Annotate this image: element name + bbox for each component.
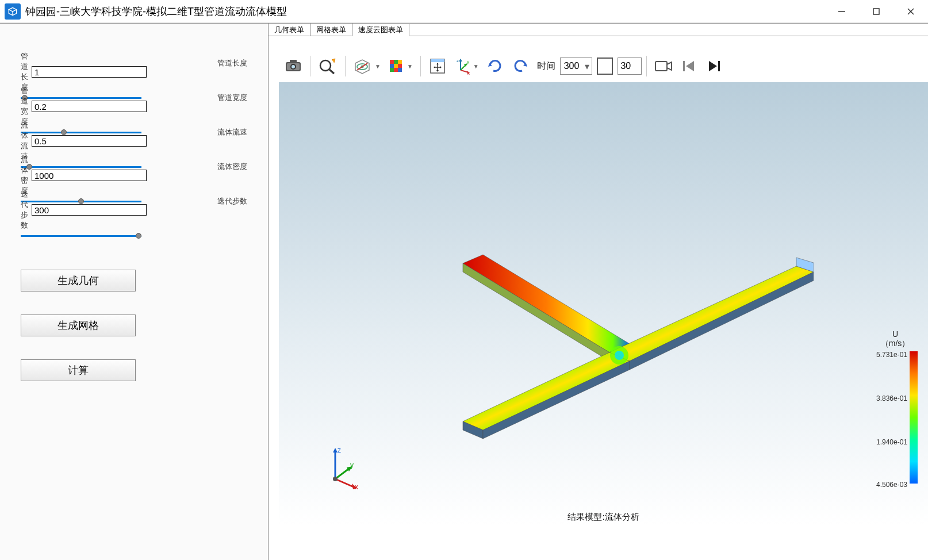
svg-rect-21 [394, 68, 398, 72]
rotate-ccw-icon[interactable] [483, 54, 507, 78]
param-right-label: 流体流速 [217, 127, 247, 137]
svg-rect-17 [390, 64, 394, 68]
param-label: 迭代步数 [21, 189, 28, 231]
camera-icon[interactable] [651, 54, 676, 78]
visibility-icon[interactable]: ▼ [350, 54, 384, 78]
svg-rect-1 [873, 9, 879, 14]
chevron-down-icon: ▼ [407, 63, 413, 70]
svg-rect-15 [394, 60, 398, 64]
viewport-footer-label: 结果模型:流体分析 [567, 512, 639, 523]
svg-rect-33 [718, 61, 720, 71]
generate-geometry-button[interactable]: 生成几何 [21, 270, 136, 291]
svg-line-10 [329, 70, 334, 74]
svg-marker-36 [609, 266, 814, 361]
svg-rect-19 [398, 64, 402, 68]
param-input[interactable] [32, 204, 147, 216]
svg-text:x: x [355, 483, 358, 490]
generate-mesh-button[interactable]: 生成网格 [21, 314, 136, 336]
viewport-3d[interactable]: z y x U （m/s） 5.731e-01 3.836e-01 1.940e… [279, 82, 928, 525]
svg-point-7 [292, 65, 295, 68]
frame-indicator[interactable] [597, 57, 613, 75]
window-title: 钟园园-三峡大学科技学院-模拟二维T型管道流动流体模型 [25, 5, 825, 18]
tabs: 几何表单网格表单速度云图表单 [269, 24, 928, 36]
param-slider[interactable] [21, 232, 141, 240]
svg-rect-16 [398, 60, 402, 64]
param-row: 管道长度 管道长度 [21, 51, 247, 86]
maximize-button[interactable] [859, 0, 894, 22]
axes-orientation-icon[interactable]: zyx ▼ [451, 54, 482, 78]
chevron-down-icon: ▼ [375, 63, 381, 70]
svg-marker-35 [463, 263, 609, 361]
svg-rect-32 [683, 61, 685, 71]
skip-back-icon[interactable] [677, 54, 701, 78]
chevron-down-icon: ▼ [473, 63, 479, 70]
svg-line-45 [335, 479, 354, 487]
param-right-label: 迭代步数 [217, 196, 247, 206]
skip-forward-icon[interactable] [702, 54, 726, 78]
param-right-label: 管道长度 [217, 58, 247, 68]
time-label: 时间 [537, 60, 555, 72]
param-input[interactable] [32, 66, 147, 78]
svg-point-43 [615, 351, 624, 360]
param-input[interactable] [32, 135, 147, 147]
param-row: 流体密度 流体密度 [21, 155, 247, 189]
svg-point-9 [320, 60, 331, 71]
svg-rect-22 [398, 68, 402, 72]
param-right-label: 流体密度 [217, 162, 247, 172]
frame-input[interactable] [618, 57, 642, 75]
app-icon [5, 3, 21, 20]
orientation-triad: z y x [324, 444, 364, 490]
tab[interactable]: 网格表单 [310, 24, 352, 36]
svg-text:z: z [457, 58, 459, 63]
minimize-button[interactable] [825, 0, 859, 22]
svg-marker-41 [483, 361, 630, 439]
pan-mode-icon[interactable] [425, 54, 450, 78]
param-row: 管道宽度 管道宽度 [21, 86, 247, 120]
param-input[interactable] [32, 170, 147, 181]
svg-point-47 [333, 477, 338, 481]
tab[interactable]: 几何表单 [269, 24, 310, 36]
svg-text:z: z [338, 446, 341, 454]
svg-rect-14 [390, 60, 394, 64]
param-row: 迭代步数 迭代步数 [21, 189, 247, 224]
colormap-icon[interactable]: ▼ [385, 54, 416, 78]
svg-rect-24 [431, 59, 444, 62]
svg-marker-37 [630, 272, 814, 370]
svg-text:x: x [467, 71, 470, 75]
param-row: 流体流速 流体流速 [21, 120, 247, 155]
svg-rect-31 [655, 62, 667, 71]
titlebar: 钟园园-三峡大学科技学院-模拟二维T型管道流动流体模型 [0, 0, 928, 23]
svg-rect-8 [290, 60, 297, 63]
svg-text:y: y [467, 59, 469, 64]
svg-text:y: y [350, 461, 354, 469]
viewer-toolbar: ▼ ▼ [279, 52, 928, 80]
svg-rect-18 [394, 64, 398, 68]
rotate-cw-icon[interactable] [508, 54, 532, 78]
compute-button[interactable]: 计算 [21, 359, 136, 381]
svg-rect-20 [390, 68, 394, 72]
screenshot-icon[interactable] [281, 54, 305, 78]
parameter-sidebar: 管道长度 管道长度 管道宽度 管道宽度 流体流速 流体流速 流体密度 [0, 24, 269, 560]
svg-marker-39 [463, 352, 630, 430]
time-select[interactable]: 300 [560, 57, 593, 75]
param-input[interactable] [32, 101, 147, 112]
zoom-to-fit-icon[interactable] [315, 54, 340, 78]
tab[interactable]: 速度云图表单 [352, 24, 409, 36]
t-pipe-model [451, 243, 814, 462]
param-right-label: 管道宽度 [217, 93, 247, 103]
colorbar-legend: U （m/s） 5.731e-01 3.836e-01 1.940e-01 4.… [869, 329, 921, 489]
svg-line-46 [335, 469, 349, 479]
close-button[interactable] [894, 0, 928, 22]
svg-marker-34 [463, 255, 630, 352]
